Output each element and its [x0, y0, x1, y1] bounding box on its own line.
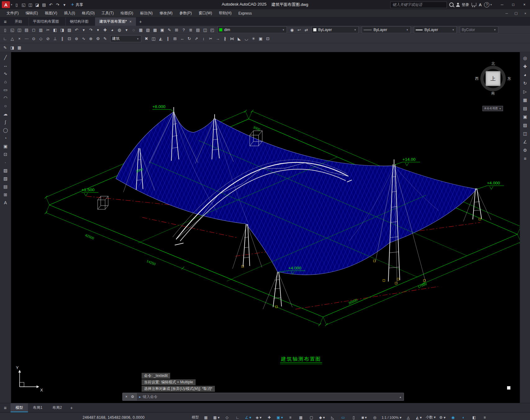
help-icon[interactable]: ?: [180, 26, 187, 33]
file-tabs-menu-icon[interactable]: ≡: [0, 17, 11, 26]
viewcube-north-label[interactable]: 北: [491, 61, 495, 66]
show-motion-icon[interactable]: ▷: [521, 88, 529, 95]
menu-edit[interactable]: 编辑(E): [22, 9, 41, 17]
layout-tab-model[interactable]: 模型: [11, 403, 28, 412]
revision-cloud-tool-icon[interactable]: ☁: [2, 110, 10, 118]
snap-none-icon[interactable]: ⊗: [87, 35, 94, 42]
graphics-performance-toggle[interactable]: ◐: [459, 414, 469, 420]
designcenter-icon[interactable]: ▧: [144, 26, 152, 33]
make-block-tool-icon[interactable]: ⊡: [2, 150, 10, 158]
redo-icon[interactable]: ↷: [87, 26, 94, 33]
xref-palette-icon[interactable]: ◫: [521, 129, 529, 137]
publish-icon[interactable]: ▥: [37, 26, 44, 33]
circle-tool-icon[interactable]: ○: [2, 102, 10, 110]
maximize-button[interactable]: □: [508, 0, 519, 9]
rectangle-tool-icon[interactable]: ▭: [2, 86, 10, 93]
command-line[interactable]: × ⚙ ▸ 键入命令 ▴: [122, 393, 404, 401]
otrack-toggle[interactable]: ✚: [264, 414, 274, 420]
linetype-control[interactable]: ByLayer ▾: [362, 26, 411, 33]
erase-icon[interactable]: ✖: [143, 35, 150, 42]
menu-format[interactable]: 格式(O): [79, 9, 98, 17]
zoom-window-icon[interactable]: ◍: [116, 26, 123, 33]
text-style-icon[interactable]: ✎: [102, 35, 109, 42]
zoom-caret-icon[interactable]: ▾: [123, 26, 130, 33]
lineweight-toggle[interactable]: ≡: [285, 414, 295, 420]
auto-scale-toggle[interactable]: ◭ ▾: [414, 414, 424, 420]
doc-restore-button[interactable]: ▢: [511, 9, 521, 17]
tab-building-plan[interactable]: 建筑平面布置图* ×: [95, 17, 136, 26]
qat-new-button[interactable]: ▯: [13, 1, 20, 8]
ellipse-arc-tool-icon[interactable]: ◔: [2, 134, 10, 142]
menu-draw[interactable]: 绘图(D): [117, 9, 137, 17]
tab-steel-detail[interactable]: 钢结构详图: [66, 17, 95, 26]
clean-screen-toggle[interactable]: ◧: [469, 414, 479, 420]
pan-nav-icon[interactable]: ✚: [521, 62, 529, 70]
orbit-nav-icon[interactable]: ↻: [521, 79, 529, 87]
blocks-palette-icon[interactable]: ▣: [521, 113, 529, 120]
application-menu-button[interactable]: A: [2, 1, 10, 8]
snap-node-icon[interactable]: ⊚: [73, 35, 80, 42]
annotation-monitor-toggle[interactable]: ◉: [448, 414, 458, 420]
quick-properties-toggle[interactable]: ▯: [349, 414, 359, 420]
hatch-palette-icon[interactable]: ▨: [521, 121, 529, 129]
canvas-corner-handle[interactable]: [507, 386, 510, 390]
mirror-icon[interactable]: ◭: [157, 35, 164, 42]
style-control[interactable]: 建筑 ▾: [110, 35, 141, 42]
hatch-tool-icon[interactable]: ▨: [2, 166, 10, 174]
extend-icon[interactable]: →: [214, 35, 221, 42]
polyline-tool-icon[interactable]: ∿: [2, 70, 10, 77]
trim-icon[interactable]: ✂: [207, 35, 214, 42]
layout-tabs-menu-icon[interactable]: ≡: [0, 403, 11, 412]
help-button[interactable]: ? ▾: [484, 2, 493, 7]
measure-nav-icon[interactable]: ∠: [521, 138, 529, 146]
snap-insert-icon[interactable]: ⊡: [66, 35, 73, 42]
new-icon[interactable]: ▯: [2, 26, 9, 33]
snap-settings-icon[interactable]: ⚙: [94, 35, 102, 42]
command-close-icon[interactable]: ×: [124, 395, 129, 399]
layer-properties-icon[interactable]: ≣: [187, 26, 194, 33]
search-icon[interactable]: [449, 2, 454, 7]
snap-extension-icon[interactable]: ⋯: [23, 35, 30, 42]
annotation-visibility-toggle[interactable]: ◬: [403, 414, 413, 420]
infer-constraints-toggle[interactable]: ◇: [222, 414, 232, 420]
table-tool-icon[interactable]: ⊞: [2, 191, 10, 198]
isodraft-toggle[interactable]: ◈ ▾: [254, 414, 264, 420]
color-control[interactable]: ByLayer ▾: [311, 26, 359, 33]
command-customize-icon[interactable]: ⚙: [130, 395, 135, 399]
layer-unisolate-icon[interactable]: ◰: [209, 26, 216, 33]
3d-osnap-toggle[interactable]: ◆ ▾: [317, 414, 327, 420]
snap-quadrant-icon[interactable]: ◇: [37, 35, 44, 42]
new-tab-button[interactable]: +: [136, 17, 145, 26]
command-expand-icon[interactable]: ▴: [400, 395, 401, 399]
workspace-switching[interactable]: ⚙ ▾: [437, 414, 447, 420]
ortho-toggle[interactable]: ∟: [233, 414, 242, 420]
qat-save-button[interactable]: ◫: [27, 1, 34, 8]
snap-endpoint-icon[interactable]: ∟: [2, 35, 9, 42]
settings-nav-icon[interactable]: ⚙: [521, 146, 529, 154]
drawing-canvas[interactable]: +8.000 +14.00 +4.000 +1.500 +4.000: [11, 52, 520, 403]
gradient-tool-icon[interactable]: ▧: [2, 174, 10, 182]
minimize-button[interactable]: ─: [496, 0, 508, 9]
spline-tool-icon[interactable]: ∫: [2, 118, 10, 126]
quickcalc-icon[interactable]: ⊞: [173, 26, 180, 33]
navigation-wheel-icon[interactable]: ◎: [521, 54, 529, 62]
snap-parallel-icon[interactable]: ∥: [59, 35, 66, 42]
more-tools-icon[interactable]: ≡: [521, 155, 529, 162]
menu-parametric[interactable]: 参数(P): [176, 9, 195, 17]
layout-tab-2[interactable]: 布局2: [48, 403, 67, 412]
customization-menu[interactable]: ≡: [480, 414, 490, 420]
annotation-scale[interactable]: 1:1 / 100% ▾: [380, 414, 403, 420]
search-input[interactable]: 键入关键字或短语: [390, 2, 447, 8]
tool-palettes-icon[interactable]: ▩: [152, 26, 159, 33]
model-space-toggle[interactable]: 模型: [190, 414, 200, 420]
viewcube-west-label[interactable]: 西: [475, 76, 479, 81]
units-control[interactable]: 小数 ▾: [424, 414, 437, 420]
grid-toggle[interactable]: ▦: [201, 414, 211, 420]
lineweight-control[interactable]: ByLayer ▾: [414, 26, 457, 33]
join-icon[interactable]: ⋈: [229, 35, 236, 42]
arc-tool-icon[interactable]: ◠: [2, 94, 10, 102]
qat-plot-button[interactable]: ▤: [41, 1, 48, 8]
array-icon[interactable]: ⊞: [171, 35, 179, 42]
menu-file[interactable]: 文件(F): [3, 9, 22, 17]
save-icon[interactable]: ◫: [16, 26, 23, 33]
